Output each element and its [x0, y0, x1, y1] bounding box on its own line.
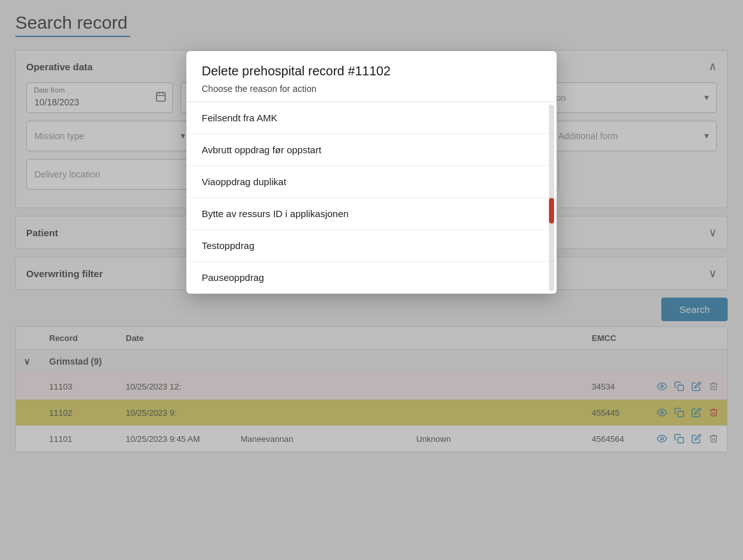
page-container: Search record Operative data ∧ Date from…	[0, 0, 743, 560]
modal-overlay[interactable]: Delete prehospital record #11102 Choose …	[0, 0, 743, 560]
reason-item-0[interactable]: Feilsendt fra AMK	[186, 102, 557, 134]
modal-scrollbar-track	[549, 105, 554, 291]
reason-item-5[interactable]: Pauseoppdrag	[186, 262, 557, 294]
modal-scrollbar-thumb[interactable]	[549, 198, 554, 223]
reason-item-1[interactable]: Avbrutt oppdrag før oppstart	[186, 134, 557, 166]
reason-item-3[interactable]: Bytte av ressurs ID i applikasjonen	[186, 198, 557, 230]
modal-reasons-list: Feilsendt fra AMK Avbrutt oppdrag før op…	[186, 102, 557, 294]
reason-item-2[interactable]: Viaoppdrag duplikat	[186, 166, 557, 198]
reason-item-4[interactable]: Testoppdrag	[186, 230, 557, 262]
modal-header: Delete prehospital record #11102 Choose …	[186, 51, 557, 102]
delete-modal: Delete prehospital record #11102 Choose …	[186, 51, 557, 294]
modal-subtitle: Choose the reason for action	[202, 84, 541, 94]
modal-title: Delete prehospital record #11102	[202, 64, 541, 79]
